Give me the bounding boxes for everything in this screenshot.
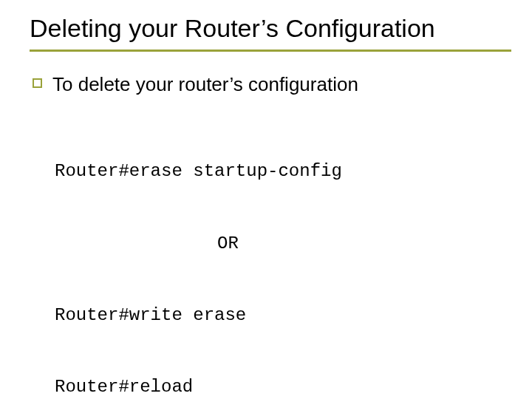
- code-line: Router#reload: [55, 375, 511, 399]
- code-block: Router#erase startup-config OR Router#wr…: [55, 112, 511, 399]
- bullet-level1: To delete your router’s configuration: [33, 72, 511, 98]
- code-or: OR: [217, 232, 511, 256]
- code-line: Router#erase startup-config: [55, 160, 511, 183]
- content-area: To delete your router’s configuration Ro…: [33, 72, 511, 399]
- title-underline: [30, 50, 511, 52]
- bullet1-text: To delete your router’s configuration: [52, 72, 358, 98]
- slide-title: Deleting your Router’s Configuration: [30, 13, 511, 44]
- code-line: Router#write erase: [55, 304, 511, 327]
- square-outline-icon: [33, 78, 42, 88]
- slide: Deleting your Router’s Configuration To …: [0, 0, 532, 399]
